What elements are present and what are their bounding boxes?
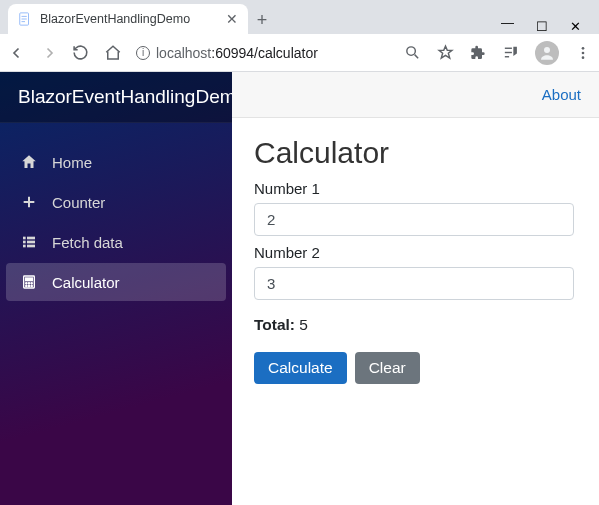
bookmark-star-icon[interactable] (437, 44, 454, 61)
svg-point-9 (544, 47, 550, 53)
sidebar-item-fetch-data[interactable]: Fetch data (6, 223, 226, 261)
sidebar-item-calculator[interactable]: Calculator (6, 263, 226, 301)
address-bar[interactable]: i localhost:60994/calculator (136, 45, 390, 61)
svg-point-26 (26, 285, 27, 286)
total-value: 5 (299, 316, 308, 333)
number1-label: Number 1 (254, 180, 577, 197)
about-link[interactable]: About (542, 86, 581, 103)
svg-point-28 (31, 285, 32, 286)
svg-line-5 (415, 55, 419, 59)
number2-input[interactable] (254, 267, 574, 300)
svg-point-12 (582, 56, 585, 59)
number2-label: Number 2 (254, 244, 577, 261)
sidebar-item-label: Counter (52, 194, 105, 211)
browser-tab[interactable]: BlazorEventHandlingDemo ✕ (8, 4, 248, 34)
svg-point-23 (26, 283, 27, 284)
browser-chrome: BlazorEventHandlingDemo ✕ + — ☐ ✕ i loca… (0, 0, 599, 72)
svg-rect-18 (27, 241, 35, 244)
total-row: Total: 5 (254, 316, 577, 334)
new-tab-button[interactable]: + (248, 6, 276, 34)
svg-rect-19 (23, 245, 26, 248)
page-title: Calculator (254, 136, 577, 170)
sidebar-item-counter[interactable]: Counter (6, 183, 226, 221)
svg-point-10 (582, 47, 585, 50)
main-area: About Calculator Number 1 Number 2 Total… (232, 72, 599, 505)
calculate-button[interactable]: Calculate (254, 352, 347, 384)
sidebar-item-home[interactable]: Home (6, 143, 226, 181)
svg-point-27 (28, 285, 29, 286)
extensions-icon[interactable] (470, 45, 486, 61)
window-controls: — ☐ ✕ (501, 15, 599, 34)
tab-title: BlazorEventHandlingDemo (40, 12, 190, 26)
profile-avatar-icon[interactable] (535, 41, 559, 65)
total-label: Total: (254, 316, 295, 333)
svg-rect-17 (23, 241, 26, 244)
url-host: localhost (156, 45, 211, 61)
home-icon (20, 153, 38, 171)
reading-list-icon[interactable] (502, 44, 519, 61)
app-brand: BlazorEventHandlingDemo (0, 72, 232, 123)
number1-input[interactable] (254, 203, 574, 236)
plus-icon (20, 193, 38, 211)
svg-rect-16 (27, 237, 35, 240)
svg-rect-22 (26, 278, 33, 281)
calculator-icon (20, 273, 38, 291)
nav-forward-icon[interactable] (40, 44, 58, 62)
topbar: About (232, 72, 599, 118)
svg-rect-15 (23, 237, 26, 240)
sidebar: BlazorEventHandlingDemo Home Counter Fet… (0, 72, 232, 505)
svg-rect-20 (27, 245, 35, 248)
sidebar-item-label: Fetch data (52, 234, 123, 251)
site-info-icon[interactable]: i (136, 46, 150, 60)
menu-kebab-icon[interactable] (575, 45, 591, 61)
zoom-icon[interactable] (404, 44, 421, 61)
url-path: :60994/calculator (211, 45, 318, 61)
svg-point-4 (407, 47, 416, 56)
svg-point-24 (28, 283, 29, 284)
svg-point-25 (31, 283, 32, 284)
nav-back-icon[interactable] (8, 44, 26, 62)
sidebar-item-label: Home (52, 154, 92, 171)
window-minimize-icon[interactable]: — (501, 15, 514, 30)
list-icon (20, 233, 38, 251)
window-close-icon[interactable]: ✕ (570, 19, 581, 34)
svg-point-11 (582, 51, 585, 54)
tab-close-icon[interactable]: ✕ (226, 11, 238, 27)
clear-button[interactable]: Clear (355, 352, 420, 384)
tab-favicon-icon (18, 12, 32, 26)
window-maximize-icon[interactable]: ☐ (536, 19, 548, 34)
nav-reload-icon[interactable] (72, 44, 90, 61)
nav-home-icon[interactable] (104, 44, 122, 62)
sidebar-item-label: Calculator (52, 274, 120, 291)
